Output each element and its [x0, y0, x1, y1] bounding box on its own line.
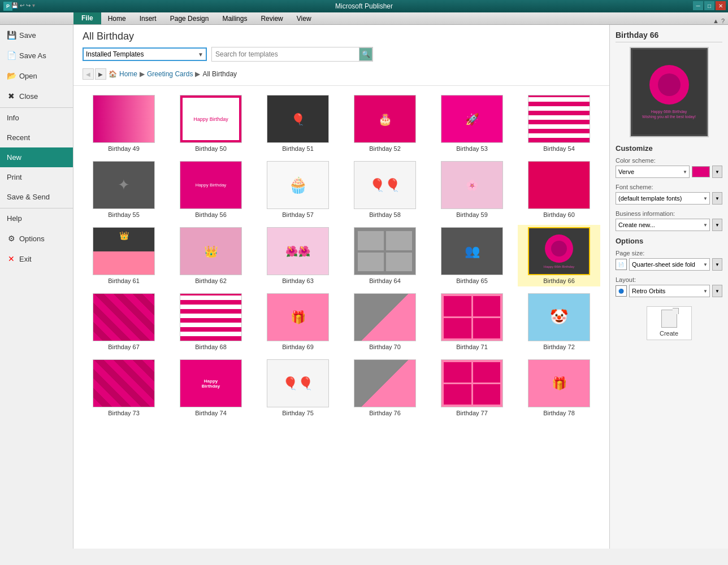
template-item[interactable]: Birthday 54: [518, 93, 600, 154]
template-item[interactable]: Birthday 77: [431, 357, 513, 419]
sidebar-item-recent[interactable]: Recent: [0, 128, 73, 147]
template-grid-container[interactable]: Birthday 49 Happy Birthday Birthday 50 🎈…: [73, 85, 609, 549]
layout-label: Layout:: [616, 276, 722, 283]
tab-page-design[interactable]: Page Design: [163, 13, 216, 24]
close-btn[interactable]: ✕: [716, 1, 726, 10]
template-item[interactable]: Happy 66th Birthday Birthday 66: [518, 225, 600, 286]
breadcrumb-home[interactable]: 🏠 Home: [109, 70, 137, 78]
font-scheme-select-wrap: (default template fonts): [616, 192, 710, 205]
template-item[interactable]: 🌺🌺 Birthday 63: [257, 225, 339, 286]
breadcrumb-greeting-cards[interactable]: Greeting Cards: [147, 70, 193, 78]
minimize-btn[interactable]: ─: [693, 1, 703, 10]
template-thumb: 🧁: [267, 161, 329, 209]
sidebar-item-new[interactable]: New: [0, 147, 73, 167]
template-label: Birthday 61: [108, 277, 140, 284]
template-item[interactable]: Birthday 49: [83, 93, 165, 154]
sidebar-item-exit[interactable]: ✕ Exit: [0, 249, 73, 269]
business-info-select-wrap: Create new...: [616, 219, 710, 231]
template-thumb: [93, 293, 155, 341]
sidebar-item-close[interactable]: ✖ Close: [0, 86, 73, 106]
preview-clock: [658, 73, 681, 96]
template-thumb: 👑: [180, 227, 242, 275]
page-size-arrow-btn[interactable]: ▼: [712, 258, 722, 271]
sidebar-item-open[interactable]: 📂 Open: [0, 66, 73, 86]
tab-view[interactable]: View: [290, 13, 318, 24]
template-item[interactable]: 👥 Birthday 65: [431, 225, 513, 286]
page-size-group: Page size: 📄 Quarter-sheet side fold ▼: [616, 250, 722, 271]
page-size-select[interactable]: Quarter-sheet side fold: [629, 258, 710, 271]
dropdown-arrow-icon: ▼: [198, 51, 203, 58]
template-thumb: [528, 95, 590, 143]
template-item[interactable]: Birthday 67: [83, 291, 165, 353]
tab-home[interactable]: Home: [101, 13, 133, 24]
color-scheme-select-wrap: Verve: [616, 166, 690, 178]
template-source-dropdown[interactable]: Installed Templates ▼: [83, 47, 207, 61]
template-label: Birthday 49: [108, 145, 140, 152]
breadcrumb: ◀ ▶ 🏠 Home ▶ Greeting Cards ▶ All Birthd…: [83, 66, 600, 82]
template-label: Birthday 78: [543, 410, 575, 416]
template-item[interactable]: 👑 Birthday 61: [83, 225, 165, 286]
sidebar-item-help[interactable]: Help: [0, 208, 73, 228]
template-label: Birthday 51: [282, 145, 314, 152]
template-item[interactable]: Birthday 76: [344, 357, 426, 419]
forward-btn[interactable]: ▶: [95, 68, 106, 80]
create-section: Create: [616, 306, 722, 340]
template-item[interactable]: 🎈🎈 Birthday 75: [257, 357, 339, 419]
template-item[interactable]: HappyBirthday Birthday 74: [170, 357, 252, 419]
template-item[interactable]: ✦ Birthday 55: [83, 159, 165, 220]
template-item[interactable]: Happy Birthday Birthday 50: [170, 93, 252, 154]
search-input[interactable]: [212, 48, 359, 60]
template-item[interactable]: 🎈 Birthday 51: [257, 93, 339, 154]
tab-file[interactable]: File: [73, 12, 101, 24]
template-label: Birthday 70: [369, 344, 401, 350]
template-item[interactable]: Happy Birthday Birthday 56: [170, 159, 252, 220]
maximize-btn[interactable]: □: [704, 1, 714, 10]
tab-mailings[interactable]: Mailings: [215, 13, 254, 24]
template-item[interactable]: Birthday 68: [170, 291, 252, 353]
tab-review[interactable]: Review: [254, 13, 289, 24]
font-scheme-select[interactable]: (default template fonts): [616, 192, 710, 205]
template-item[interactable]: 🌸 Birthday 59: [431, 159, 513, 220]
sidebar-item-options[interactable]: ⚙ Options: [0, 228, 73, 249]
color-scheme-select[interactable]: Verve: [616, 166, 690, 178]
template-item[interactable]: 🧁 Birthday 57: [257, 159, 339, 220]
sidebar-item-print[interactable]: Print: [0, 167, 73, 187]
layout-arrow-btn[interactable]: ▼: [712, 285, 722, 297]
template-item[interactable]: 🎁 Birthday 69: [257, 291, 339, 353]
sidebar-item-info[interactable]: Info: [0, 107, 73, 128]
quick-save-btn[interactable]: 💾: [11, 2, 18, 8]
sidebar-item-save-send[interactable]: Save & Send: [0, 187, 73, 207]
template-item[interactable]: 🚀 Birthday 53: [431, 93, 513, 154]
exit-icon: ✕: [7, 254, 16, 263]
color-scheme-arrow-btn[interactable]: ▼: [712, 166, 722, 178]
template-source-bar: Installed Templates ▼ 🔍: [83, 47, 600, 62]
save-as-icon: 📄: [7, 51, 16, 60]
template-item[interactable]: Birthday 70: [344, 291, 426, 353]
template-item[interactable]: Birthday 71: [431, 291, 513, 353]
layout-select[interactable]: Retro Orbits: [629, 285, 710, 297]
template-item[interactable]: 🎈🎈 Birthday 58: [344, 159, 426, 220]
template-item[interactable]: Birthday 64: [344, 225, 426, 286]
business-info-arrow-btn[interactable]: ▼: [712, 219, 722, 231]
quick-redo-btn[interactable]: ↪: [26, 2, 31, 8]
template-item[interactable]: 🎁 Birthday 78: [518, 357, 600, 419]
quick-undo-btn[interactable]: ↩: [20, 2, 24, 8]
sidebar-item-save[interactable]: 💾 Save: [0, 25, 73, 45]
template-item[interactable]: 🤡 Birthday 72: [518, 291, 600, 353]
template-item[interactable]: Birthday 73: [83, 357, 165, 419]
collapse-ribbon-btn[interactable]: ▲: [713, 18, 719, 24]
tab-insert[interactable]: Insert: [133, 13, 163, 24]
template-thumb: [93, 95, 155, 143]
font-scheme-arrow-btn[interactable]: ▼: [712, 192, 722, 205]
search-button[interactable]: 🔍: [359, 47, 372, 61]
layout-icon: 🔵: [616, 285, 627, 297]
template-item[interactable]: Birthday 60: [518, 159, 600, 220]
help-btn[interactable]: ?: [721, 18, 725, 24]
template-thumb: Happy 66th Birthday: [528, 227, 590, 275]
template-item[interactable]: 🎂 Birthday 52: [344, 93, 426, 154]
create-button[interactable]: Create: [647, 306, 692, 340]
business-info-select[interactable]: Create new...: [616, 219, 710, 231]
back-btn[interactable]: ◀: [83, 68, 94, 80]
template-item[interactable]: 👑 Birthday 62: [170, 225, 252, 286]
sidebar-item-save-as[interactable]: 📄 Save As: [0, 45, 73, 66]
